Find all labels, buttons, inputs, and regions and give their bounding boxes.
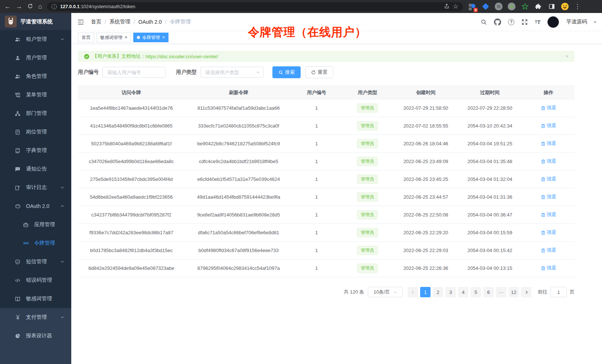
page-button-4[interactable]: 4 — [458, 287, 468, 297]
user-type-cell: 管理员 — [341, 206, 395, 224]
share-icon[interactable] — [444, 3, 449, 10]
search-button[interactable]: 搜索 — [272, 66, 301, 78]
expire-time-cell: 2054-03-04 19:51:25 — [457, 135, 522, 153]
force-logout-button[interactable]: 强退 — [541, 247, 556, 254]
force-logout-button[interactable]: 强退 — [541, 105, 556, 111]
caret-down-icon[interactable]: ▾ — [594, 20, 596, 24]
sidebar-item-tenant[interactable]: 租户管理 — [0, 30, 71, 49]
table-header-cell: 用户编号 — [292, 86, 341, 99]
sidebar-item-dict[interactable]: 字典管理 — [0, 141, 71, 160]
sidebar-collapse-icon[interactable] — [77, 19, 84, 26]
user-id-input[interactable] — [102, 67, 166, 78]
browser-menu-icon[interactable]: ⋮ — [574, 3, 580, 10]
create-time-cell: 2022-06-25 22:50:08 — [394, 206, 457, 224]
force-logout-button[interactable]: 强退 — [541, 211, 556, 218]
app-logo[interactable]: 芋道管理系统 — [0, 13, 71, 30]
font-size-icon[interactable]: TT — [535, 19, 540, 25]
tag-tab[interactable]: 敏感词管理× — [96, 33, 131, 42]
info-icon[interactable]: i — [52, 4, 57, 9]
sidebar-item-audit-log[interactable]: 审计日志 — [0, 178, 71, 197]
browser-home-icon[interactable]: ⌂ — [38, 3, 42, 10]
recorder-extension-icon[interactable] — [508, 3, 516, 10]
user-avatar[interactable] — [547, 16, 559, 28]
fullscreen-icon[interactable] — [521, 19, 528, 25]
force-logout-button[interactable]: 强退 — [541, 193, 556, 200]
sidebar-item-report-designer[interactable]: 报表设计器 — [0, 327, 71, 345]
table-row: c342377bf8b344799dcbf7bf095287f29ce8ef2a… — [78, 206, 575, 224]
force-logout-button[interactable]: 强退 — [541, 122, 556, 129]
alert-doc-link[interactable]: https://doc.iocoder.cn/user-center/ — [145, 54, 218, 59]
action-cell: 强退 — [522, 171, 575, 188]
side-panel-icon[interactable] — [547, 3, 556, 11]
force-logout-button[interactable]: 强退 — [541, 140, 556, 147]
prev-page-button[interactable] — [408, 287, 418, 297]
bookmark-star-icon[interactable]: ☆ — [453, 3, 458, 10]
user-type-badge: 管理员 — [357, 139, 378, 148]
action-cell: 强退 — [522, 153, 575, 171]
force-logout-button[interactable]: 强退 — [541, 229, 556, 236]
user-id-cell: 1 — [292, 117, 341, 135]
tab-close-icon[interactable]: × — [125, 35, 127, 40]
access-token-cell: b0d1785bc3a8482f812db4a3f3bd15ec — [78, 242, 185, 259]
sidebar-item-sms[interactable]: 短信管理 — [0, 252, 71, 271]
access-token-cell: f9336e7c7dd242a283ee98dc86b17a87 — [78, 224, 185, 242]
page-button-3[interactable]: 3 — [445, 287, 456, 297]
force-logout-button[interactable]: 强退 — [541, 265, 556, 271]
user-type-select[interactable] — [200, 67, 264, 78]
page-button-5[interactable]: 5 — [471, 287, 481, 297]
sidebar-item-dept[interactable]: 部门管理 — [0, 104, 71, 123]
browser-reload-icon[interactable] — [27, 3, 33, 10]
logo-avatar — [5, 16, 17, 27]
access-token-cell: c342377bf8b344799dcbf7bf095287f2 — [78, 206, 185, 224]
active-tab-dot — [137, 36, 140, 39]
page-button-1[interactable]: 1 — [420, 287, 431, 297]
sidebar-item-oauth2-application[interactable]: 应用管理 — [0, 215, 71, 234]
access-token-cell: 6d842e2924594de9a09e45e087323abe — [78, 259, 185, 277]
navbar-actions: ? TT 芋道源码 ▾ — [481, 16, 596, 28]
sidebar-item-sensitive-word[interactable]: 敏感词管理 — [0, 289, 71, 308]
help-icon[interactable]: ? — [508, 19, 514, 25]
breadcrumb-item[interactable]: OAuth 2.0 — [138, 19, 162, 25]
sidebar-item-post[interactable]: 岗位管理 — [0, 123, 71, 141]
next-page-button[interactable] — [521, 287, 531, 297]
sidebar-item-oauth2-token[interactable]: 令牌管理 — [0, 234, 71, 252]
expire-time-cell: 2054-03-04 00:15:59 — [457, 224, 522, 242]
star-extension-icon[interactable] — [521, 3, 529, 11]
extension-icon[interactable]: 9 — [468, 3, 476, 11]
force-logout-button[interactable]: 强退 — [541, 176, 556, 182]
refresh-token-cell: dfa6c71a50a54c66bef706ef9e6e8d81 — [185, 224, 292, 242]
sidebar-item-error-code[interactable]: 错误码管理 — [0, 271, 71, 289]
sidebar-item-notice[interactable]: 通知公告 — [0, 160, 71, 178]
page-button-6[interactable]: 6 — [483, 287, 494, 297]
table-row: 6d842e2924594de9a09e45e087323abe8796295f… — [78, 259, 575, 277]
browser-back-icon[interactable]: ← — [4, 3, 11, 10]
sidebar-item-oauth2[interactable]: OAuth 2.0 — [0, 197, 71, 215]
username[interactable]: 芋道源码 — [566, 19, 587, 25]
browser-forward-icon[interactable]: → — [16, 3, 22, 10]
force-logout-button[interactable]: 强退 — [541, 158, 556, 165]
reset-button[interactable]: 重置 — [305, 66, 333, 78]
sidebar-item-role[interactable]: 角色管理 — [0, 67, 71, 86]
tab-close-icon[interactable]: × — [162, 35, 165, 40]
tag-tab[interactable]: 令牌管理× — [133, 33, 169, 42]
sidebar-item-menu[interactable]: 菜单管理 — [0, 86, 71, 104]
sidebar-item-pay[interactable]: 支付管理 — [0, 308, 71, 327]
breadcrumb-item[interactable]: 首页 — [91, 19, 101, 25]
breadcrumb-item[interactable]: 系统管理 — [109, 19, 130, 25]
jump-page-input[interactable] — [550, 287, 567, 297]
page-ellipsis[interactable]: ··· — [496, 287, 506, 297]
tag-tab[interactable]: 首页 — [78, 33, 94, 42]
alert-close-icon[interactable]: × — [566, 53, 569, 59]
github-icon[interactable] — [494, 19, 501, 26]
page-size-select[interactable]: 10条/页 — [368, 287, 403, 297]
sidebar-item-user[interactable]: 用户管理 — [0, 49, 71, 67]
expire-time-cell: 2054-03-04 01:31:36 — [457, 188, 522, 206]
puzzle-icon[interactable] — [534, 3, 542, 11]
profile-avatar-icon[interactable] — [561, 3, 569, 11]
gem-extension-icon[interactable] — [481, 3, 490, 11]
search-icon[interactable] — [481, 19, 487, 25]
page-button-2[interactable]: 2 — [433, 287, 443, 297]
page-button-12[interactable]: 12 — [508, 287, 519, 297]
url-bar[interactable]: i 127.0.0.1:1024/system/oauth2/token ☆ — [47, 2, 463, 11]
command-extension-icon[interactable]: ⌘ — [495, 3, 503, 10]
